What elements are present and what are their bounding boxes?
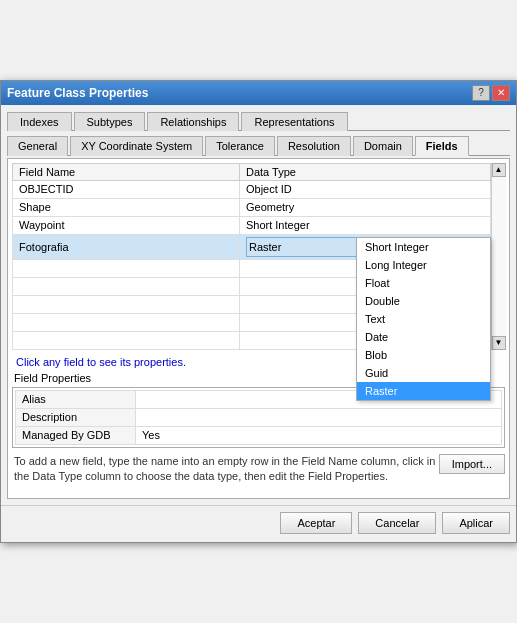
tab-resolution[interactable]: Resolution [277, 136, 351, 156]
dropdown-item-float[interactable]: Float [357, 274, 490, 292]
field-prop-row: Description [16, 408, 502, 426]
prop-key-alias: Alias [16, 390, 136, 408]
field-name-cell[interactable]: Fotografia [13, 234, 240, 259]
close-button[interactable]: ✕ [492, 85, 510, 101]
field-name-cell[interactable] [13, 313, 240, 331]
dropdown-item-date[interactable]: Date [357, 328, 490, 346]
tab-xy-coordinate[interactable]: XY Coordinate System [70, 136, 203, 156]
field-name-cell[interactable] [13, 331, 240, 349]
prop-value-managed: Yes [136, 426, 502, 444]
dropdown-item-blob[interactable]: Blob [357, 346, 490, 364]
tab-fields[interactable]: Fields [415, 136, 469, 156]
title-bar: Feature Class Properties ? ✕ [1, 81, 516, 105]
window-title: Feature Class Properties [7, 86, 148, 100]
col-field-name-header: Field Name [13, 163, 240, 180]
accept-button[interactable]: Aceptar [280, 512, 352, 534]
field-table-area: Field Name Data Type OBJECTID Object ID … [12, 163, 505, 350]
data-type-cell[interactable]: Geometry [239, 198, 490, 216]
scroll-down-arrow[interactable]: ▼ [492, 336, 506, 350]
tabs-row-2: General XY Coordinate System Tolerance R… [7, 135, 510, 156]
field-name-cell[interactable] [13, 277, 240, 295]
dropdown-item-long-integer[interactable]: Long Integer [357, 256, 490, 274]
dropdown-item-guid[interactable]: Guid [357, 364, 490, 382]
data-type-dropdown[interactable]: Short Integer Long Integer Float Double … [356, 237, 491, 401]
footer-text: To add a new field, type the name into a… [12, 454, 505, 485]
field-name-cell[interactable]: Waypoint [13, 216, 240, 234]
dropdown-item-short-integer[interactable]: Short Integer [357, 238, 490, 256]
main-area: Field Name Data Type OBJECTID Object ID … [7, 158, 510, 500]
tabs-row-1: Indexes Subtypes Relationships Represent… [7, 111, 510, 131]
scroll-up-arrow[interactable]: ▲ [492, 163, 506, 177]
feature-class-properties-window: Feature Class Properties ? ✕ Indexes Sub… [0, 80, 517, 544]
data-type-cell[interactable]: Short Integer [239, 216, 490, 234]
import-button[interactable]: Import... [439, 454, 505, 474]
tab-tolerance[interactable]: Tolerance [205, 136, 275, 156]
bottom-buttons: Aceptar Cancelar Aplicar [1, 505, 516, 542]
tab-relationships[interactable]: Relationships [147, 112, 239, 131]
table-scrollbar[interactable]: ▲ ▼ [491, 163, 505, 350]
dropdown-item-text[interactable]: Text [357, 310, 490, 328]
dropdown-item-double[interactable]: Double [357, 292, 490, 310]
prop-key-managed: Managed By GDB [16, 426, 136, 444]
col-data-type-header: Data Type [239, 163, 490, 180]
prop-key-description: Description [16, 408, 136, 426]
field-name-cell[interactable]: Shape [13, 198, 240, 216]
scroll-track[interactable] [492, 177, 506, 336]
tab-indexes[interactable]: Indexes [7, 112, 72, 131]
title-bar-buttons: ? ✕ [472, 85, 510, 101]
table-row[interactable]: Shape Geometry [13, 198, 491, 216]
field-name-cell[interactable]: OBJECTID [13, 180, 240, 198]
table-row[interactable]: OBJECTID Object ID [13, 180, 491, 198]
field-prop-row: Managed By GDB Yes [16, 426, 502, 444]
prop-value-description[interactable] [136, 408, 502, 426]
dropdown-item-raster[interactable]: Raster [357, 382, 490, 400]
tab-general[interactable]: General [7, 136, 68, 156]
cancel-button[interactable]: Cancelar [358, 512, 436, 534]
field-name-cell[interactable] [13, 295, 240, 313]
table-row[interactable]: Waypoint Short Integer [13, 216, 491, 234]
apply-button[interactable]: Aplicar [442, 512, 510, 534]
help-button[interactable]: ? [472, 85, 490, 101]
dialog-content: Indexes Subtypes Relationships Represent… [1, 105, 516, 506]
data-type-cell[interactable]: Object ID [239, 180, 490, 198]
tab-subtypes[interactable]: Subtypes [74, 112, 146, 131]
tab-representations[interactable]: Representations [241, 112, 347, 131]
field-name-cell[interactable] [13, 259, 240, 277]
tab-domain[interactable]: Domain [353, 136, 413, 156]
